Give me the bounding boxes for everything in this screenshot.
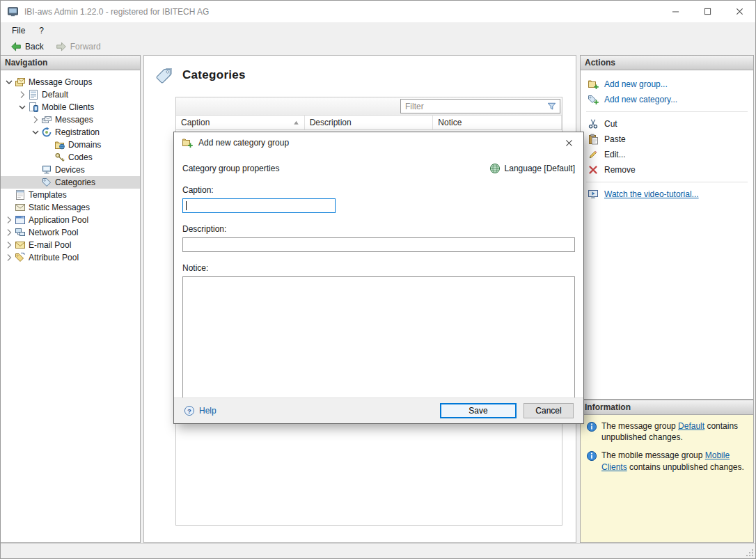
column-header-label: Description xyxy=(310,118,352,127)
tree-item-label: Registration xyxy=(55,127,104,137)
action-remove[interactable]: Remove xyxy=(581,162,753,178)
tree-item-e-mail-pool[interactable]: E-mail Pool xyxy=(1,239,140,251)
information-header: Information xyxy=(581,400,753,415)
back-label: Back xyxy=(25,42,44,52)
tree-item-templates[interactable]: Templates xyxy=(1,189,140,201)
chevron-collapsed-icon[interactable] xyxy=(3,214,15,226)
attribute-pool-icon xyxy=(15,252,26,263)
tree-item-network-pool[interactable]: Network Pool xyxy=(1,226,140,239)
toolbar: Back Forward xyxy=(1,38,755,55)
tree-item-default[interactable]: Default xyxy=(1,88,140,101)
maximize-button[interactable] xyxy=(691,1,723,22)
actions-list: Add new group...Add new category...CutPa… xyxy=(581,70,753,208)
column-header-notice[interactable]: Notice xyxy=(433,116,562,129)
application-pool-icon xyxy=(15,214,26,226)
chevron-collapsed-icon[interactable] xyxy=(3,227,15,238)
action-label: Edit... xyxy=(604,150,626,159)
minimize-button[interactable] xyxy=(659,1,691,22)
column-header-description[interactable]: Description xyxy=(305,116,434,129)
action-watch-the-video-tutorial[interactable]: Watch the video-tutorial... xyxy=(581,187,753,202)
dialog-section-heading: Category group properties xyxy=(182,164,279,173)
navigation-panel: Navigation Message GroupsDefaultMobile C… xyxy=(1,55,141,543)
categories-icon xyxy=(41,177,52,188)
dialog-heading-row: Category group properties Language [Defa… xyxy=(182,163,575,174)
menu-help[interactable]: ? xyxy=(32,24,51,38)
chevron-collapsed-icon[interactable] xyxy=(17,89,28,100)
chevron-expanded-icon[interactable] xyxy=(3,77,15,88)
chevron-spacer xyxy=(3,202,15,213)
tree-item-static-messages[interactable]: Static Messages xyxy=(1,201,140,214)
menu-bar: File ? xyxy=(1,22,755,38)
save-button[interactable]: Save xyxy=(440,403,517,418)
chevron-spacer xyxy=(30,177,41,188)
status-bar xyxy=(1,543,755,558)
tree-item-application-pool[interactable]: Application Pool xyxy=(1,214,140,226)
action-add-new-group[interactable]: Add new group... xyxy=(581,77,753,92)
maximize-icon xyxy=(704,8,711,15)
tree-item-registration[interactable]: Registration xyxy=(1,126,140,139)
column-header-caption[interactable]: Caption xyxy=(176,116,305,129)
resize-grip[interactable] xyxy=(744,547,754,557)
language-label: Language [Default] xyxy=(505,164,575,173)
close-button[interactable] xyxy=(723,1,755,22)
help-link[interactable]: ? Help xyxy=(184,405,216,416)
chevron-collapsed-icon[interactable] xyxy=(30,114,41,125)
info-link-default[interactable]: Default xyxy=(678,421,704,431)
tree-item-categories[interactable]: Categories xyxy=(1,176,140,189)
filter-box xyxy=(400,99,560,113)
action-add-new-category[interactable]: Add new category... xyxy=(581,92,753,107)
actions-header: Actions xyxy=(581,56,753,70)
chevron-spacer xyxy=(43,139,54,150)
language-selector[interactable]: Language [Default] xyxy=(489,163,575,174)
back-button[interactable]: Back xyxy=(5,39,49,54)
dialog-title-bar: Add new category group xyxy=(174,132,583,153)
action-label: Add new group... xyxy=(604,79,668,89)
filter-input[interactable] xyxy=(401,102,546,111)
chevron-expanded-icon[interactable] xyxy=(17,102,28,113)
navigation-tree: Message GroupsDefaultMobile ClientsMessa… xyxy=(1,70,140,264)
information-list: The message group Default contains unpub… xyxy=(581,415,753,478)
video-tutorial-icon xyxy=(588,189,599,200)
remove-icon xyxy=(588,164,599,175)
caption-input[interactable] xyxy=(182,198,336,213)
info-text-part: The message group xyxy=(601,421,678,431)
domains-icon xyxy=(54,139,65,150)
description-input[interactable] xyxy=(182,237,575,252)
info-item: The message group Default contains unpub… xyxy=(586,420,748,443)
cancel-button[interactable]: Cancel xyxy=(523,403,574,418)
filter-funnel-icon[interactable] xyxy=(546,101,558,111)
app-window: IBI-aws Admin 1.22.0 - registered for IB… xyxy=(0,0,756,559)
window-controls xyxy=(659,1,755,22)
tree-item-label: Message Groups xyxy=(29,77,96,87)
forward-button[interactable]: Forward xyxy=(50,39,106,54)
tree-item-domains[interactable]: Domains xyxy=(1,139,140,151)
tree-item-label: Attribute Pool xyxy=(29,253,83,262)
tree-item-devices[interactable]: Devices xyxy=(1,164,140,176)
tree-item-codes[interactable]: Codes xyxy=(1,151,140,164)
chevron-expanded-icon[interactable] xyxy=(30,127,41,138)
add-category-icon xyxy=(588,94,599,105)
menu-file[interactable]: File xyxy=(5,24,32,38)
chevron-spacer xyxy=(43,152,54,163)
column-header-label: Notice xyxy=(438,118,462,127)
dialog-footer: ? Help Save Cancel xyxy=(174,397,583,423)
notice-input[interactable] xyxy=(182,276,575,399)
svg-text:?: ? xyxy=(187,407,191,415)
dialog-close-button[interactable] xyxy=(554,132,583,153)
action-cut[interactable]: Cut xyxy=(581,116,753,132)
tree-item-message-groups[interactable]: Message Groups xyxy=(1,76,140,88)
help-icon: ? xyxy=(184,405,195,416)
window-title: IBI-aws Admin 1.22.0 - registered for IB… xyxy=(24,7,209,17)
action-edit[interactable]: Edit... xyxy=(581,147,753,162)
chevron-collapsed-icon[interactable] xyxy=(3,239,15,251)
tree-item-mobile-clients[interactable]: Mobile Clients xyxy=(1,101,140,113)
chevron-collapsed-icon[interactable] xyxy=(3,252,15,263)
action-paste[interactable]: Paste xyxy=(581,132,753,147)
navigation-header: Navigation xyxy=(1,56,140,70)
tree-item-attribute-pool[interactable]: Attribute Pool xyxy=(1,251,140,264)
tree-item-messages[interactable]: Messages xyxy=(1,113,140,126)
action-label: Cut xyxy=(604,119,617,129)
title-bar: IBI-aws Admin 1.22.0 - registered for IB… xyxy=(1,1,755,22)
tree-item-label: Devices xyxy=(55,165,89,175)
table-header-row: CaptionDescriptionNotice xyxy=(176,116,562,130)
